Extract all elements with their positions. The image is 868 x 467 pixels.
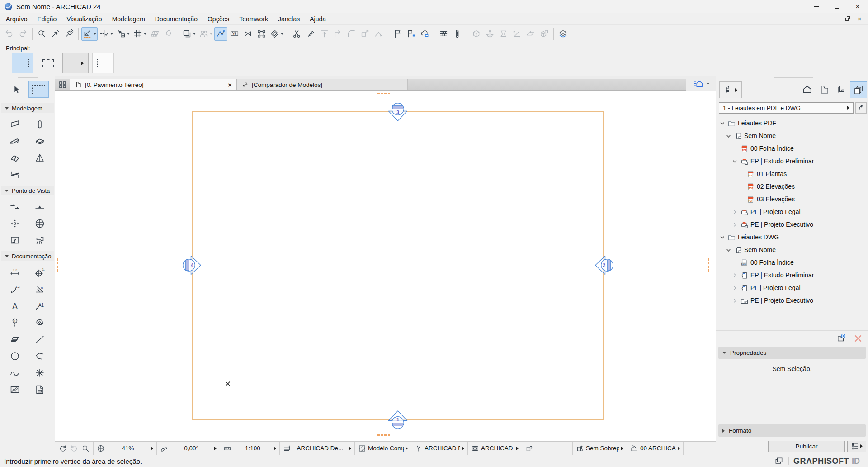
roof-tool[interactable] <box>5 149 25 166</box>
section-tool[interactable] <box>5 198 25 215</box>
trace-split-handle-left[interactable] <box>57 258 58 272</box>
snap-reference-button[interactable] <box>115 27 131 41</box>
trace-reference-button[interactable] <box>181 27 197 41</box>
mdi-restore-button[interactable] <box>843 15 853 23</box>
polyline-tool[interactable] <box>29 348 50 364</box>
shell-tool[interactable] <box>29 149 50 166</box>
chevron-open-icon[interactable] <box>731 158 738 164</box>
tree-item[interactable]: PL | Projeto Legal <box>716 281 868 294</box>
markup-flag-button[interactable] <box>391 27 404 41</box>
element-settings-button[interactable] <box>557 27 570 41</box>
worksheet-tool[interactable] <box>29 215 50 232</box>
chevron-open-icon[interactable] <box>725 133 731 139</box>
publisher-button[interactable] <box>850 81 867 98</box>
menu-item-opes[interactable]: Opções <box>203 14 234 24</box>
fill-tool[interactable] <box>29 314 50 331</box>
trace-split-handle-bottom[interactable] <box>377 434 390 436</box>
hatch-tool[interactable] <box>5 331 25 348</box>
angle-dimension-tool[interactable]: α <box>29 281 50 297</box>
windows-stack-icon[interactable] <box>774 457 784 466</box>
tree-item[interactable]: PDF03 Elevações <box>716 193 868 205</box>
chevron-open-icon[interactable] <box>725 247 731 253</box>
elevation-marker-top[interactable]: 3 <box>388 102 408 122</box>
chevron-open-icon[interactable] <box>719 120 725 126</box>
text-tool[interactable]: A <box>5 297 25 314</box>
view-map-button[interactable] <box>816 81 833 98</box>
tab-close-button[interactable]: × <box>228 81 232 88</box>
renovation-button[interactable] <box>269 27 285 41</box>
tree-item[interactable]: EP | Estudo Preliminar <box>716 269 868 281</box>
mdi-close-button[interactable]: × <box>854 15 864 23</box>
tab-active[interactable]: [0. Pavimento Térreo]× <box>70 79 237 90</box>
tree-item[interactable]: DWG00 Folha Índice <box>716 256 868 269</box>
grid-snap-button[interactable] <box>132 27 148 41</box>
element-gauge-button[interactable] <box>451 27 464 41</box>
level-dimension-tool[interactable]: 1.2 <box>29 264 50 281</box>
properties-section-header[interactable]: Propriedades <box>718 347 866 359</box>
label-tool[interactable]: A1 <box>29 297 50 314</box>
toolbox-section-documentao[interactable]: Documentação <box>1 251 54 261</box>
publisher-set-selector[interactable]: 1 - Leiautes em PDF e DWG <box>719 102 854 114</box>
snap-guides-button[interactable] <box>98 27 114 41</box>
layers-control[interactable]: ARCHICAD De... <box>280 442 355 455</box>
close-button[interactable]: × <box>847 0 868 13</box>
project-map-button[interactable] <box>798 81 816 98</box>
marquee-alt-button[interactable] <box>92 53 114 73</box>
menu-item-janelas[interactable]: Janelas <box>273 14 305 24</box>
add-shortcut-button[interactable] <box>836 334 847 343</box>
home-story-control[interactable]: 00 ARCHICAD ... <box>627 442 684 455</box>
jump-up-button[interactable] <box>855 102 867 114</box>
magic-grid-button[interactable] <box>255 27 268 41</box>
zone-tool[interactable]: 1 <box>5 314 25 331</box>
tree-item[interactable]: PE | Projeto Executivo <box>716 294 868 307</box>
zoom-in-button[interactable] <box>80 443 90 453</box>
interior-elevation-tool[interactable] <box>5 215 25 232</box>
coordinates-ruler-button[interactable]: 12 <box>228 27 241 41</box>
inject-parameters-button[interactable] <box>62 27 75 41</box>
tab-inactive[interactable]: [Comparador de Modelos] <box>237 79 408 90</box>
marquee-tool[interactable] <box>28 81 49 98</box>
chevron-closed-icon[interactable] <box>731 272 738 278</box>
elevation-marker-bottom[interactable]: 1 <box>388 410 408 429</box>
pen-set-control[interactable]: Modelo Comp... <box>355 442 411 455</box>
curtain-wall-tool[interactable] <box>5 166 25 183</box>
toolbox-section-pontodevista[interactable]: Ponto de Vista <box>1 186 54 195</box>
tree-item[interactable]: Leiautes DWG <box>716 231 868 243</box>
circle-tool[interactable] <box>5 348 25 364</box>
menu-item-edio[interactable]: Edição <box>32 14 61 24</box>
beam-tool[interactable] <box>5 133 25 149</box>
rotation-control[interactable]: 0,00° <box>157 442 220 455</box>
toolbox-section-modelagem[interactable]: Modelagem <box>1 103 54 113</box>
marquee-thick-button[interactable] <box>37 53 59 73</box>
tree-item[interactable]: Sem Nome <box>716 243 868 256</box>
palette-drag-handle[interactable] <box>18 77 38 78</box>
column-tool[interactable] <box>29 116 50 133</box>
camera-tool[interactable] <box>29 232 50 248</box>
trim-button[interactable] <box>291 27 304 41</box>
tree-item[interactable]: PL | Projeto Legal <box>716 205 868 218</box>
elevation-marker-left[interactable]: 4 <box>182 255 202 275</box>
wall-tool[interactable] <box>5 116 25 133</box>
suspend-groups-button[interactable] <box>241 27 255 41</box>
elevation-tool[interactable] <box>29 198 50 215</box>
find-select-button[interactable] <box>35 27 48 41</box>
menu-item-arquivo[interactable]: Arquivo <box>1 14 32 24</box>
radial-dimension-tool[interactable]: 1.2 <box>5 281 25 297</box>
menu-item-ajuda[interactable]: Ajuda <box>305 14 331 24</box>
guide-lines-button[interactable] <box>81 27 98 41</box>
detail-tool[interactable] <box>5 232 25 248</box>
marquee-flyout-button[interactable] <box>62 53 89 73</box>
menu-item-modelagem[interactable]: Modelagem <box>107 14 150 24</box>
figure-tool[interactable] <box>5 381 25 398</box>
trace-split-handle-top[interactable] <box>377 93 390 94</box>
trace-split-handle-right[interactable] <box>708 258 709 272</box>
line-tool[interactable] <box>29 331 50 348</box>
chevron-closed-icon[interactable] <box>731 209 738 215</box>
chevron-closed-icon[interactable] <box>731 221 738 228</box>
publish-sets-list-button[interactable] <box>847 441 866 452</box>
chevron-open-icon[interactable] <box>719 234 725 240</box>
spline-tool[interactable] <box>5 364 25 381</box>
tree-item[interactable]: PE | Projeto Executivo <box>716 218 868 231</box>
mdi-minimize-button[interactable] <box>831 15 841 23</box>
menu-item-documentao[interactable]: Documentação <box>150 14 203 24</box>
